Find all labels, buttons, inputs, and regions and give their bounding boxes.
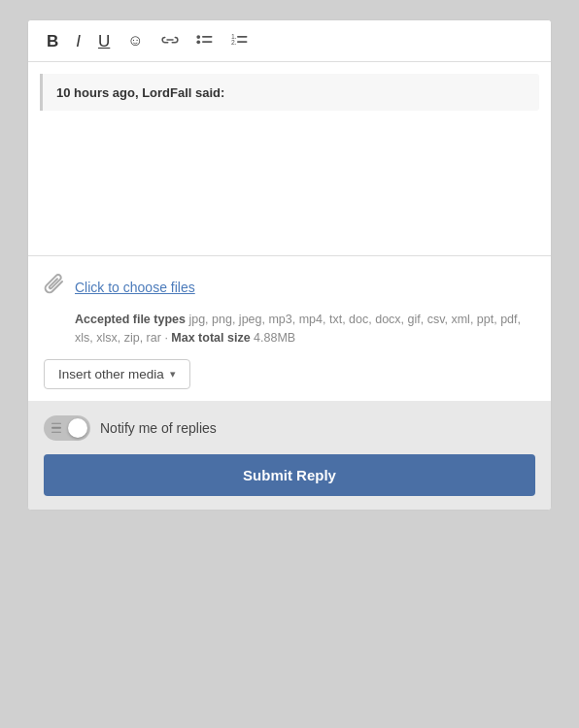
notify-row: Notify me of replies	[44, 415, 535, 441]
submit-reply-button[interactable]: Submit Reply	[44, 454, 535, 496]
toggle-lines-icon	[51, 422, 61, 433]
ordered-list-button[interactable]: 1. 2.	[224, 28, 255, 53]
svg-text:2.: 2.	[231, 39, 237, 46]
editor-body: 10 hours ago, LordFall said:	[28, 62, 551, 256]
link-button[interactable]	[154, 28, 186, 53]
accepted-label: Accepted file types	[75, 313, 186, 326]
notify-label: Notify me of replies	[100, 420, 217, 436]
svg-rect-7	[237, 41, 248, 43]
dropdown-arrow-icon: ▾	[170, 368, 176, 381]
svg-rect-5	[237, 36, 248, 38]
max-size-label: Max total size	[171, 331, 250, 345]
quote-attribution: 10 hours ago, LordFall said:	[56, 85, 224, 100]
svg-rect-1	[202, 36, 213, 38]
file-types-info: Accepted file types jpg, png, jpeg, mp3,…	[75, 311, 535, 347]
unordered-list-button[interactable]	[189, 28, 221, 53]
italic-button[interactable]: I	[69, 29, 87, 53]
max-size-value: 4.88MB	[254, 331, 295, 345]
paperclip-icon	[44, 272, 65, 303]
footer-section: Notify me of replies Submit Reply	[28, 402, 551, 510]
svg-rect-3	[202, 41, 213, 43]
reply-text-input[interactable]	[40, 122, 539, 200]
reply-editor: B I U ☺ 1. 2. 10	[27, 19, 552, 511]
svg-point-0	[196, 35, 200, 39]
notify-toggle[interactable]	[44, 415, 90, 441]
insert-media-label: Insert other media	[58, 367, 164, 381]
attachments-section: Click to choose files Accepted file type…	[28, 256, 551, 402]
toggle-knob	[68, 418, 87, 438]
attach-row: Click to choose files	[44, 272, 535, 303]
underline-button[interactable]: U	[91, 29, 117, 53]
choose-files-button[interactable]: Click to choose files	[75, 280, 195, 295]
bold-button[interactable]: B	[40, 29, 65, 53]
formatting-toolbar: B I U ☺ 1. 2.	[28, 20, 551, 62]
quote-block: 10 hours ago, LordFall said:	[40, 74, 539, 111]
svg-point-2	[196, 40, 200, 44]
toggle-track[interactable]	[44, 415, 90, 441]
emoji-button[interactable]: ☺	[120, 29, 150, 52]
insert-media-button[interactable]: Insert other media ▾	[44, 359, 190, 389]
